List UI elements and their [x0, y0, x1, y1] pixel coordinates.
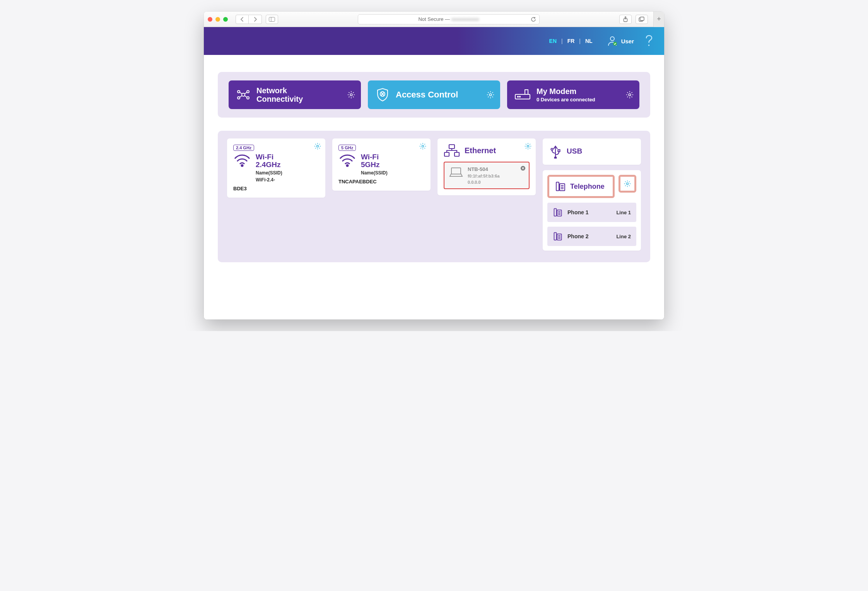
- phone-row-2[interactable]: Phone 2 Line 2: [547, 227, 636, 246]
- phone-line: Line 1: [616, 210, 631, 215]
- gear-icon[interactable]: [347, 91, 355, 99]
- ssid-value-top: WiFi-2.4-: [256, 177, 282, 183]
- maximize-window-button[interactable]: [223, 17, 228, 22]
- svg-point-23: [519, 96, 520, 97]
- phone-name: Phone 2: [567, 233, 588, 239]
- remove-icon[interactable]: [520, 166, 526, 171]
- device-name: NTB-504: [468, 166, 500, 172]
- svg-point-27: [422, 145, 424, 147]
- ethernet-icon: [444, 144, 460, 157]
- tile-access-control[interactable]: Access Control: [368, 80, 500, 109]
- address-host: xxxxxxxxxxx: [451, 16, 479, 22]
- svg-point-9: [238, 91, 240, 93]
- band-badge: 5 GHz: [338, 145, 356, 151]
- nav-buttons: [236, 15, 262, 24]
- cards-grid: 2.4 GHz Wi-Fi 2.4GHz Name(SSID) WiFi-2.4…: [218, 131, 650, 262]
- close-window-button[interactable]: [208, 17, 212, 22]
- gear-icon[interactable]: [314, 142, 321, 150]
- svg-point-11: [238, 97, 240, 99]
- app-header: EN | FR | NL User: [204, 27, 664, 55]
- sidebar-toggle-button[interactable]: [266, 15, 278, 24]
- forward-button[interactable]: [249, 15, 262, 24]
- right-column: USB Telepho: [543, 138, 641, 251]
- svg-rect-34: [451, 168, 461, 174]
- svg-point-24: [629, 94, 631, 96]
- language-switcher: EN | FR | NL: [549, 38, 593, 44]
- gear-icon[interactable]: [486, 91, 495, 99]
- card-ethernet[interactable]: Ethernet NTB-504 f0:1f:af:5f:b3:6a 0.: [437, 138, 536, 195]
- network-icon: [236, 87, 251, 102]
- svg-point-17: [350, 94, 352, 96]
- svg-line-13: [240, 92, 242, 94]
- address-prefix: Not Secure —: [418, 16, 450, 22]
- ssid-value-bottom: BDE3: [233, 186, 319, 191]
- svg-point-7: [648, 44, 650, 46]
- browser-chrome: Not Secure — xxxxxxxxxxx +: [204, 12, 664, 27]
- toolbar-right: +: [619, 12, 660, 27]
- svg-point-10: [247, 91, 249, 93]
- tile-title: Access Control: [396, 90, 458, 99]
- reload-icon[interactable]: [531, 17, 536, 22]
- lang-nl[interactable]: NL: [585, 38, 593, 44]
- band-badge: 2.4 GHz: [233, 145, 254, 151]
- tile-network-connectivity[interactable]: Network Connectivity: [229, 80, 361, 109]
- svg-rect-44: [554, 208, 556, 216]
- tile-my-modem[interactable]: My Modem 0 Devices are connected: [507, 80, 639, 109]
- svg-rect-30: [449, 145, 455, 149]
- telephone-icon: [553, 231, 563, 241]
- ssid-label: Name(SSID): [256, 170, 282, 176]
- device-ip: 0.0.0.0: [468, 180, 500, 184]
- telephone-header[interactable]: Telephone: [547, 175, 615, 198]
- window-controls: [208, 17, 228, 22]
- svg-line-14: [245, 92, 247, 94]
- tile-title-2: Connectivity: [256, 95, 303, 103]
- svg-point-37: [555, 157, 557, 159]
- lang-en[interactable]: EN: [549, 38, 557, 44]
- card-usb[interactable]: USB: [543, 138, 641, 165]
- card-title: Ethernet: [465, 147, 496, 155]
- svg-point-19: [489, 94, 492, 96]
- svg-line-16: [245, 96, 247, 97]
- card-wifi-24[interactable]: 2.4 GHz Wi-Fi 2.4GHz Name(SSID) WiFi-2.4…: [227, 138, 325, 198]
- usb-icon: [549, 144, 562, 159]
- gear-icon[interactable]: [524, 142, 532, 150]
- help-icon[interactable]: [645, 35, 653, 47]
- card-title: Wi-Fi: [361, 153, 388, 161]
- user-menu[interactable]: User: [607, 35, 634, 47]
- ethernet-device[interactable]: NTB-504 f0:1f:af:5f:b3:6a 0.0.0.0: [444, 162, 530, 189]
- card-wifi-5[interactable]: 5 GHz Wi-Fi 5GHz Name(SSID) TNCAPAEBDE: [332, 138, 431, 191]
- card-title: USB: [567, 147, 582, 155]
- svg-line-15: [240, 96, 242, 97]
- telephone-settings-button[interactable]: [619, 175, 636, 193]
- card-title: Wi-Fi: [256, 153, 282, 161]
- svg-rect-0: [269, 17, 275, 21]
- svg-point-8: [242, 93, 245, 96]
- minimize-window-button[interactable]: [215, 17, 220, 22]
- svg-rect-36: [558, 150, 560, 152]
- phone-name: Phone 1: [567, 209, 588, 215]
- page-content: Network Connectivity Access Control: [204, 72, 664, 319]
- gear-icon[interactable]: [419, 142, 427, 150]
- gear-icon[interactable]: [625, 91, 634, 99]
- share-button[interactable]: [619, 15, 632, 24]
- svg-rect-32: [455, 152, 459, 156]
- wifi-icon: [338, 153, 356, 167]
- telephone-title: Telephone: [570, 183, 605, 191]
- card-title-2: 2.4GHz: [256, 161, 282, 169]
- lang-fr[interactable]: FR: [567, 38, 575, 44]
- tabs-button[interactable]: [636, 15, 648, 24]
- ssid-value: TNCAPAEBDEC: [338, 179, 424, 184]
- wifi-icon: [233, 153, 251, 167]
- user-label: User: [621, 38, 634, 44]
- new-tab-button[interactable]: +: [653, 12, 664, 27]
- shield-icon: [375, 87, 390, 102]
- phone-row-1[interactable]: Phone 1 Line 1: [547, 203, 636, 222]
- modem-icon: [514, 88, 531, 101]
- back-button[interactable]: [236, 15, 249, 24]
- svg-rect-4: [640, 17, 644, 20]
- gear-icon: [624, 180, 631, 188]
- svg-rect-38: [556, 182, 559, 191]
- address-bar[interactable]: Not Secure — xxxxxxxxxxx: [358, 14, 540, 24]
- top-tiles: Network Connectivity Access Control: [218, 72, 650, 118]
- svg-rect-21: [525, 90, 528, 94]
